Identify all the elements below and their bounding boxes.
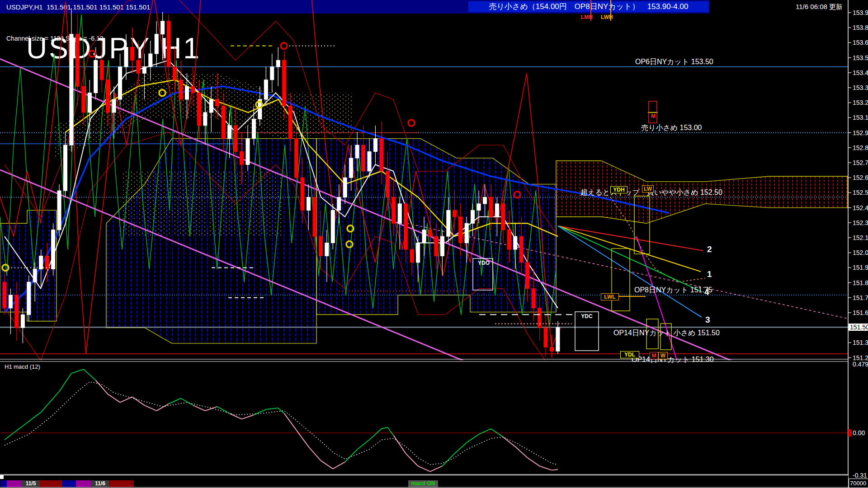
macd-main-segment <box>321 460 333 469</box>
bear-candle <box>45 256 49 269</box>
bear-candle <box>519 236 523 263</box>
bull-candle <box>88 93 91 113</box>
bear-candle <box>532 289 535 308</box>
price-axis-label: 153.225 <box>853 99 868 106</box>
macd-main-segment <box>181 399 193 405</box>
price-axis-label: 152.535 <box>853 189 868 196</box>
macd-main-segment <box>357 440 369 449</box>
bear-candle <box>362 145 365 171</box>
price-axis-label: 152.880 <box>853 144 868 151</box>
bull-candle <box>325 243 329 256</box>
bull-candle <box>9 295 12 308</box>
bull-candle <box>228 126 231 139</box>
bear-candle <box>3 282 6 308</box>
macd-main-segment <box>59 373 71 391</box>
session-block <box>62 480 76 487</box>
bull-candle <box>185 86 189 99</box>
bull-candle <box>477 204 481 210</box>
bear-candle <box>404 204 408 249</box>
bull-candle <box>349 158 353 178</box>
bear-candle <box>301 178 304 210</box>
bull-candle <box>337 197 341 211</box>
price-axis-label: 152.420 <box>853 204 868 211</box>
volume-scale-box: 70000 <box>849 479 868 488</box>
macd-signal-line <box>5 382 558 465</box>
chart-canvas[interactable] <box>0 0 868 488</box>
bear-candle <box>453 210 456 216</box>
bull-candle <box>142 67 146 73</box>
bull-candle <box>246 139 250 165</box>
macd-main-segment <box>479 429 491 434</box>
bear-candle <box>544 328 547 347</box>
tag-m: M <box>650 113 656 119</box>
level-label: 売り小さめ 153.00 <box>641 123 702 133</box>
bull-candle <box>94 60 98 93</box>
macd-main-segment <box>71 369 84 373</box>
macd-main-segment <box>284 413 297 430</box>
macd-main-segment <box>394 436 406 454</box>
macd-main-segment <box>333 462 345 469</box>
bull-candle <box>57 191 61 230</box>
session-block-11-6: 11/6 <box>91 480 109 487</box>
bull-candle <box>368 151 371 171</box>
bull-candle <box>556 328 560 351</box>
kumo-cloud <box>106 139 316 343</box>
price-axis-label: 153.340 <box>853 84 868 91</box>
bull-candle <box>422 230 426 243</box>
bear-candle <box>501 204 505 230</box>
macd-main-segment <box>382 427 387 429</box>
bear-candle <box>489 197 493 217</box>
bear-candle <box>429 230 432 236</box>
fan-label-1: 1 <box>707 269 712 279</box>
macd-main-segment <box>23 412 41 426</box>
ring-marker <box>89 51 95 57</box>
macd-lines <box>0 369 848 471</box>
bull-candle <box>118 67 122 99</box>
bull-candle <box>514 236 517 249</box>
macd-main-segment <box>418 466 430 471</box>
session-block-11-5: 11/5 <box>22 480 40 487</box>
bull-candle <box>495 204 499 217</box>
price-axis-label: 152.190 <box>853 234 868 241</box>
macd-main-segment <box>193 405 205 411</box>
bear-candle <box>130 47 134 61</box>
bull-candle <box>209 99 213 113</box>
price-axis-label: 151.730 <box>853 294 868 301</box>
bear-candle <box>167 21 170 67</box>
bull-candle <box>21 314 24 328</box>
bull-candle <box>373 139 377 152</box>
scrollbar-thumb[interactable] <box>0 475 4 479</box>
bear-candle <box>434 236 438 256</box>
macd-main-segment <box>454 442 467 453</box>
macd-main-segment <box>503 437 515 446</box>
macd-axis-label: 0.479 <box>853 361 868 368</box>
bear-candle <box>283 60 286 106</box>
fan-line <box>558 226 703 251</box>
macd-main-segment <box>108 394 120 402</box>
price-axis-label: 151.960 <box>853 264 868 271</box>
bear-candle <box>15 295 19 328</box>
macd-main-segment <box>345 450 357 462</box>
macd-main-segment <box>369 429 382 440</box>
bull-candle <box>270 67 274 80</box>
level-label: OP14日NYカット 小さめ 151.50 <box>613 328 720 338</box>
bear-candle <box>526 263 529 289</box>
macd-main-segment <box>169 399 181 404</box>
bear-candle <box>459 217 462 243</box>
macd-main-segment <box>278 408 284 413</box>
macd-main-segment <box>144 405 156 411</box>
bull-candle <box>203 113 207 126</box>
bull-candle <box>33 269 37 282</box>
price-axis-label: 151.385 <box>853 339 868 346</box>
bear-candle <box>313 197 316 237</box>
macd-main-segment <box>242 415 254 419</box>
macd-main-segment <box>540 466 552 470</box>
trading-terminal-screen: USDJPY,H1 151.501 151.501 151.501 151.50… <box>0 0 868 488</box>
fan-line <box>558 226 701 291</box>
bear-candle <box>106 80 110 113</box>
price-axis-label: 153.570 <box>853 54 868 61</box>
bear-candle <box>75 34 79 86</box>
macd-main-segment <box>84 369 96 380</box>
macd-main-segment <box>120 397 132 402</box>
bull-candle <box>465 223 468 243</box>
